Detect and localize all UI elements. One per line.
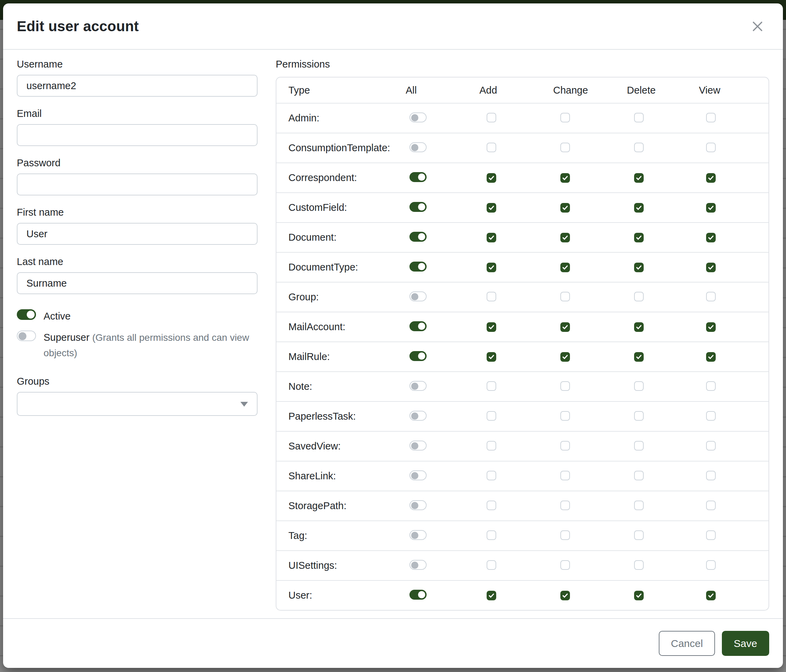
toggle-all-documenttype[interactable] (409, 262, 427, 272)
checkbox-view-uisettings[interactable] (706, 560, 716, 570)
checkbox-view-sharelink[interactable] (706, 471, 716, 480)
groups-select[interactable] (17, 392, 258, 416)
checkbox-change-tag[interactable] (560, 531, 570, 540)
checkbox-delete-documenttype[interactable] (634, 263, 644, 272)
column-header-view: View (695, 85, 769, 96)
checkbox-delete-paperlesstask[interactable] (634, 411, 644, 421)
checkbox-add-storagepath[interactable] (487, 501, 496, 510)
toggle-all-tag[interactable] (409, 530, 427, 540)
checkbox-add-group[interactable] (487, 292, 496, 301)
toggle-all-customfield[interactable] (409, 202, 427, 212)
checkbox-change-mailrule[interactable] (560, 352, 570, 362)
checkbox-delete-correspondent[interactable] (634, 173, 644, 183)
toggle-all-savedview[interactable] (409, 441, 427, 451)
checkbox-view-paperlesstask[interactable] (706, 411, 716, 421)
checkbox-view-document[interactable] (706, 233, 716, 242)
checkbox-add-note[interactable] (487, 381, 496, 391)
toggle-all-note[interactable] (409, 381, 427, 391)
toggle-all-mailaccount[interactable] (409, 321, 427, 331)
checkbox-view-tag[interactable] (706, 531, 716, 540)
checkbox-change-correspondent[interactable] (560, 173, 570, 183)
checkbox-add-document[interactable] (487, 233, 496, 242)
checkbox-change-uisettings[interactable] (560, 560, 570, 570)
checkbox-delete-group[interactable] (634, 292, 644, 301)
checkbox-delete-customfield[interactable] (634, 203, 644, 213)
toggle-all-user[interactable] (409, 590, 427, 600)
checkbox-view-note[interactable] (706, 381, 716, 391)
checkbox-delete-uisettings[interactable] (634, 560, 644, 570)
checkbox-add-mailaccount[interactable] (487, 322, 496, 332)
checkbox-delete-savedview[interactable] (634, 441, 644, 451)
checkbox-view-consumptiontemplate[interactable] (706, 143, 716, 152)
checkbox-delete-mailaccount[interactable] (634, 322, 644, 332)
checkbox-view-user[interactable] (706, 591, 716, 600)
checkbox-delete-admin[interactable] (634, 113, 644, 122)
checkbox-change-storagepath[interactable] (560, 501, 570, 510)
checkbox-change-user[interactable] (560, 591, 570, 600)
toggle-all-mailrule[interactable] (409, 351, 427, 361)
checkbox-change-document[interactable] (560, 233, 570, 242)
checkbox-view-correspondent[interactable] (706, 173, 716, 183)
checkbox-view-mailrule[interactable] (706, 352, 716, 362)
checkbox-add-mailrule[interactable] (487, 352, 496, 362)
toggle-all-storagepath[interactable] (409, 500, 427, 510)
toggle-all-group[interactable] (409, 291, 427, 301)
toggle-all-document[interactable] (409, 232, 427, 242)
checkbox-delete-user[interactable] (634, 591, 644, 600)
checkbox-change-sharelink[interactable] (560, 471, 570, 480)
superuser-label: Superuser (44, 332, 90, 343)
toggle-all-consumptiontemplate[interactable] (409, 142, 427, 152)
save-button[interactable]: Save (722, 631, 769, 656)
close-icon[interactable] (747, 16, 768, 37)
checkbox-add-savedview[interactable] (487, 441, 496, 451)
cancel-button[interactable]: Cancel (659, 631, 715, 656)
checkbox-delete-mailrule[interactable] (634, 352, 644, 362)
email-field[interactable] (17, 124, 258, 146)
checkbox-change-consumptiontemplate[interactable] (560, 143, 570, 152)
checkbox-add-customfield[interactable] (487, 203, 496, 213)
checkbox-change-customfield[interactable] (560, 203, 570, 213)
checkbox-delete-note[interactable] (634, 381, 644, 391)
toggle-all-paperlesstask[interactable] (409, 411, 427, 421)
checkbox-change-group[interactable] (560, 292, 570, 301)
last-name-field[interactable] (17, 272, 258, 294)
checkbox-add-paperlesstask[interactable] (487, 411, 496, 421)
checkbox-view-savedview[interactable] (706, 441, 716, 451)
toggle-knob (411, 144, 418, 151)
checkbox-add-consumptiontemplate[interactable] (487, 143, 496, 152)
password-field[interactable] (17, 173, 258, 195)
checkbox-add-correspondent[interactable] (487, 173, 496, 183)
checkbox-delete-tag[interactable] (634, 531, 644, 540)
checkbox-add-user[interactable] (487, 591, 496, 600)
checkbox-view-documenttype[interactable] (706, 263, 716, 272)
checkbox-view-group[interactable] (706, 292, 716, 301)
checkbox-add-uisettings[interactable] (487, 560, 496, 570)
checkbox-add-documenttype[interactable] (487, 263, 496, 272)
checkbox-view-admin[interactable] (706, 113, 716, 122)
checkbox-delete-consumptiontemplate[interactable] (634, 143, 644, 152)
toggle-all-sharelink[interactable] (409, 470, 427, 480)
toggle-all-uisettings[interactable] (409, 560, 427, 570)
checkbox-delete-document[interactable] (634, 233, 644, 242)
checkbox-add-admin[interactable] (487, 113, 496, 122)
checkbox-change-paperlesstask[interactable] (560, 411, 570, 421)
username-input[interactable] (17, 75, 258, 97)
active-toggle[interactable] (17, 309, 36, 320)
checkbox-change-documenttype[interactable] (560, 263, 570, 272)
checkbox-add-sharelink[interactable] (487, 471, 496, 480)
checkbox-change-admin[interactable] (560, 113, 570, 122)
checkbox-view-storagepath[interactable] (706, 501, 716, 510)
checkbox-add-tag[interactable] (487, 531, 496, 540)
checkbox-change-mailaccount[interactable] (560, 322, 570, 332)
toggle-all-admin[interactable] (409, 113, 427, 122)
permission-change-cell (549, 441, 623, 452)
toggle-all-correspondent[interactable] (409, 172, 427, 182)
first-name-field[interactable] (17, 223, 258, 245)
checkbox-view-customfield[interactable] (706, 203, 716, 213)
checkbox-change-savedview[interactable] (560, 441, 570, 451)
checkbox-view-mailaccount[interactable] (706, 322, 716, 332)
checkbox-delete-storagepath[interactable] (634, 501, 644, 510)
superuser-toggle[interactable] (17, 331, 36, 341)
checkbox-delete-sharelink[interactable] (634, 471, 644, 480)
checkbox-change-note[interactable] (560, 381, 570, 391)
